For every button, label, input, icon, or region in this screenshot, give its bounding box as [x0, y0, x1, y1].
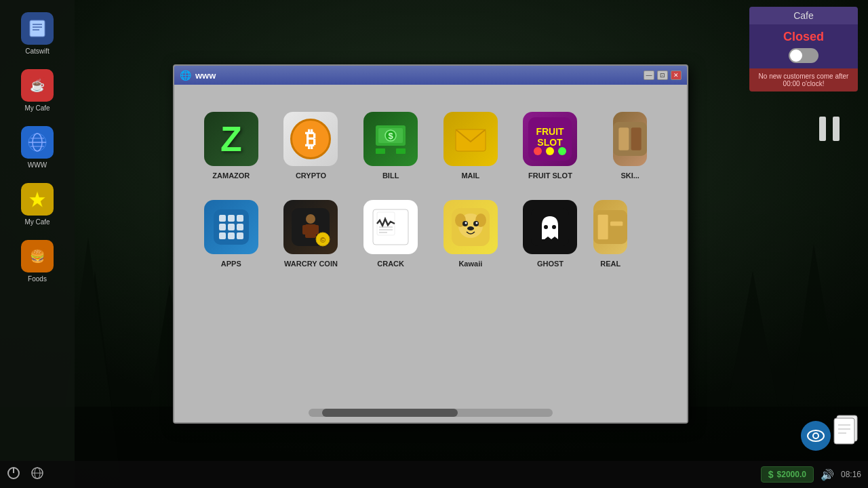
- svg-text:SLOT: SLOT: [538, 137, 564, 148]
- svg-point-71: [552, 225, 556, 229]
- pause-button[interactable]: [818, 115, 841, 147]
- sidebar-label-mycafe: My Cafe: [24, 104, 50, 112]
- bill-label: BILL: [382, 171, 399, 180]
- app-bill[interactable]: $ BILL: [354, 105, 427, 186]
- bill-icon: $: [363, 112, 418, 166]
- window-title-text: www: [195, 70, 639, 81]
- apps-icon: [204, 200, 258, 254]
- svg-rect-76: [833, 117, 840, 141]
- app-ghost[interactable]: GHOST: [514, 193, 587, 274]
- app-warcry[interactable]: © WARCRY COIN: [275, 193, 348, 274]
- maximize-button[interactable]: ⊡: [657, 70, 668, 80]
- app-real[interactable]: REAL: [593, 193, 627, 274]
- apps-label: APPS: [221, 260, 241, 268]
- svg-point-34: [558, 147, 566, 155]
- close-button[interactable]: ✕: [671, 70, 682, 80]
- svg-rect-75: [819, 117, 826, 141]
- app-fruitslot[interactable]: FRUIT SLOT FRUIT SLOT: [514, 105, 587, 186]
- sidebar-item-mycafe2[interactable]: My Cafe: [7, 178, 68, 231]
- svg-point-68: [467, 226, 474, 230]
- warcry-label: WARCRY COIN: [284, 260, 338, 268]
- svg-text:©: ©: [320, 236, 326, 244]
- svg-rect-43: [228, 224, 235, 230]
- taskbar-power-icon[interactable]: [7, 466, 20, 483]
- sidebar-item-catswift[interactable]: Catswift: [7, 7, 68, 60]
- svg-point-66: [465, 222, 467, 224]
- crack-label: CRACK: [377, 260, 404, 268]
- app-skin[interactable]: SKI...: [593, 105, 667, 186]
- app-kawaii[interactable]: Kawaii: [434, 193, 507, 274]
- kawaii-label: Kawaii: [458, 260, 482, 268]
- svg-rect-56: [377, 212, 395, 235]
- svg-point-67: [475, 222, 477, 224]
- sidebar-label-catswift: Catswift: [25, 47, 50, 55]
- svg-rect-36: [618, 127, 629, 150]
- mycafe2-icon: [21, 183, 54, 216]
- app-mail[interactable]: MAIL: [434, 105, 507, 186]
- svg-rect-37: [631, 127, 642, 150]
- svg-rect-26: [376, 148, 385, 154]
- taskbar-speaker-icon[interactable]: 🔊: [821, 468, 834, 481]
- minimize-button[interactable]: —: [644, 70, 654, 80]
- catswift-icon: [21, 12, 54, 45]
- money-symbol: $: [768, 469, 774, 480]
- cafe-title: Cafe: [749, 7, 858, 24]
- app-crack[interactable]: CRACK: [354, 193, 427, 274]
- sidebar-item-mycafe[interactable]: ☕ My Cafe: [7, 64, 68, 117]
- app-crypto[interactable]: ₿ CRYPTO: [275, 105, 348, 186]
- sidebar-label-www: WWW: [28, 161, 47, 169]
- sidebar-label-foods: Foods: [28, 275, 47, 283]
- svg-rect-45: [219, 232, 226, 239]
- svg-rect-8: [30, 20, 45, 37]
- svg-point-70: [544, 225, 548, 229]
- taskbar-left: [7, 466, 44, 483]
- svg-rect-44: [237, 224, 243, 230]
- money-display: $ $2000.0: [761, 466, 814, 483]
- mycafe-icon: ☕: [21, 69, 54, 102]
- app-zamazor[interactable]: Z ZAMAZOR: [195, 105, 268, 186]
- warcry-icon: ©: [283, 200, 338, 254]
- skin-icon: [613, 112, 647, 166]
- svg-text:🍔: 🍔: [30, 249, 45, 264]
- zamazor-label: ZAMAZOR: [212, 171, 250, 180]
- real-icon: [593, 200, 627, 254]
- svg-point-49: [306, 214, 315, 224]
- www-window: 🌐 www — ⊡ ✕ Z ZAMAZOR ₿ CRYPTO: [173, 64, 688, 424]
- svg-point-32: [534, 147, 542, 155]
- sidebar: Catswift ☕ My Cafe WWW M: [0, 0, 75, 488]
- app-apps[interactable]: APPS: [195, 193, 268, 274]
- window-scrollbar[interactable]: [309, 409, 553, 417]
- eye-button[interactable]: [801, 421, 831, 451]
- svg-point-33: [546, 147, 554, 155]
- ghost-icon: [523, 200, 577, 254]
- window-titlebar[interactable]: 🌐 www — ⊡ ✕: [174, 66, 687, 85]
- window-title-icon: 🌐: [180, 70, 191, 81]
- skin-label: SKI...: [620, 171, 639, 180]
- svg-rect-52: [313, 225, 319, 235]
- apps-grid: Z ZAMAZOR ₿ CRYPTO $: [188, 98, 673, 281]
- ghost-label: GHOST: [537, 260, 564, 268]
- crack-icon: [363, 200, 418, 254]
- scrollbar-thumb: [322, 409, 458, 417]
- crypto-icon: ₿: [283, 112, 338, 166]
- card-icon-area[interactable]: [833, 414, 863, 451]
- toggle-knob: [790, 49, 802, 62]
- real-label: REAL: [600, 260, 620, 268]
- taskbar: $ $2000.0 🔊 08:16: [0, 461, 868, 488]
- cafe-panel: Cafe Closed No new customers come after0…: [749, 7, 858, 92]
- svg-text:FRUIT: FRUIT: [536, 126, 565, 137]
- sidebar-item-www[interactable]: WWW: [7, 121, 68, 174]
- svg-rect-81: [834, 418, 854, 444]
- svg-rect-47: [237, 232, 243, 239]
- mail-icon: [443, 112, 498, 166]
- sidebar-item-foods[interactable]: 🍔 Foods: [7, 235, 68, 288]
- cafe-toggle[interactable]: [789, 48, 818, 63]
- svg-rect-35: [613, 122, 647, 156]
- taskbar-time: 08:16: [841, 470, 861, 479]
- sidebar-label-mycafe2: My Cafe: [24, 218, 50, 226]
- cafe-closed-text: Closed: [783, 30, 824, 44]
- window-content: Z ZAMAZOR ₿ CRYPTO $: [174, 85, 687, 422]
- taskbar-globe-icon[interactable]: [31, 466, 44, 483]
- cafe-notice: No new customers come after00:00 o'clock…: [749, 68, 858, 92]
- crypto-label: CRYPTO: [296, 171, 326, 180]
